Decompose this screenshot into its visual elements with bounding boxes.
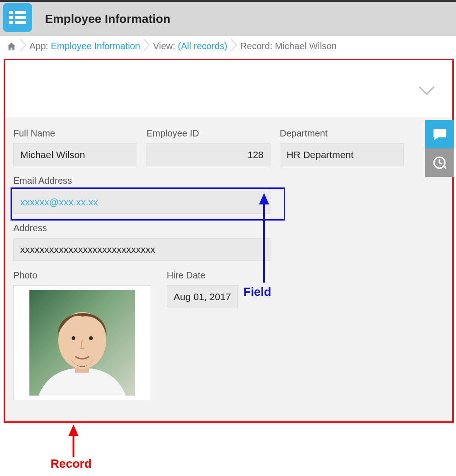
breadcrumb-separator-icon (19, 38, 27, 54)
breadcrumb-view-label: View: (153, 41, 178, 51)
svg-point-10 (89, 336, 93, 340)
avatar-photo-icon (29, 290, 135, 396)
svg-marker-15 (68, 425, 79, 436)
app-icon[interactable] (3, 3, 32, 32)
svg-rect-4 (9, 21, 13, 24)
breadcrumb-app-label: App: (29, 41, 51, 51)
field-value: HR Department (280, 143, 404, 166)
breadcrumb-separator-icon (230, 38, 237, 54)
record-toolbar-area (5, 60, 452, 117)
field-value: Michael Wilson (13, 143, 137, 166)
field-value: xxxxxxxxxxxxxxxxxxxxxxxxxxxx (13, 238, 270, 261)
field-employee-id: Employee ID 128 (146, 128, 270, 166)
svg-rect-3 (15, 16, 26, 19)
field-label: Photo (13, 270, 151, 281)
svg-point-9 (72, 336, 75, 340)
record-body: Full Name Michael Wilson Employee ID 128… (5, 117, 452, 421)
home-icon[interactable] (6, 41, 17, 51)
breadcrumb-separator-icon (143, 38, 150, 54)
chevron-down-icon[interactable] (417, 84, 436, 98)
side-tabs (425, 120, 454, 177)
field-email: Email Address xxxxxx@xxx.xx.xx (13, 176, 270, 214)
field-label: Department (280, 128, 404, 139)
photo-thumbnail[interactable] (13, 285, 151, 400)
breadcrumb-record-label: Record: (240, 41, 275, 51)
field-label: Hire Date (167, 270, 238, 281)
field-label: Employee ID (146, 128, 270, 139)
field-label: Full Name (13, 128, 137, 139)
breadcrumb-app[interactable]: App: Employee Information (29, 41, 140, 51)
list-icon (7, 7, 28, 28)
field-value: 128 (146, 143, 270, 166)
app-title: Employee Information (45, 12, 170, 26)
breadcrumb-record: Record: Michael Wilson (240, 41, 337, 51)
record-container: Full Name Michael Wilson Employee ID 128… (4, 59, 454, 423)
field-address: Address xxxxxxxxxxxxxxxxxxxxxxxxxxxx (13, 223, 270, 261)
field-department: Department HR Department (280, 128, 404, 166)
field-label: Email Address (13, 176, 270, 186)
svg-rect-5 (15, 21, 26, 24)
svg-rect-1 (15, 11, 26, 14)
breadcrumb-record-value: Michael Wilson (275, 41, 337, 51)
field-full-name: Full Name Michael Wilson (13, 128, 137, 166)
annotation-record-label: Record (51, 457, 92, 471)
history-icon (432, 155, 447, 170)
comment-icon (432, 126, 447, 142)
field-value-email-link[interactable]: xxxxxx@xxx.xx.xx (13, 191, 270, 214)
annotation-record-arrow-icon (67, 425, 80, 457)
app-bar: Employee Information (0, 0, 456, 36)
annotation-field-label: Field (243, 285, 271, 299)
breadcrumb: App: Employee Information View: (All rec… (0, 36, 456, 57)
field-photo: Photo (13, 270, 151, 400)
svg-rect-2 (9, 16, 13, 19)
field-label: Address (13, 223, 270, 233)
breadcrumb-view[interactable]: View: (All records) (153, 41, 227, 51)
field-value: Aug 01, 2017 (167, 285, 238, 308)
breadcrumb-view-link[interactable]: (All records) (178, 41, 227, 51)
comments-tab[interactable] (425, 120, 454, 148)
breadcrumb-app-link[interactable]: Employee Information (51, 41, 141, 51)
history-tab[interactable] (425, 148, 454, 177)
svg-rect-0 (9, 11, 13, 14)
field-hire-date: Hire Date Aug 01, 2017 (167, 270, 238, 400)
